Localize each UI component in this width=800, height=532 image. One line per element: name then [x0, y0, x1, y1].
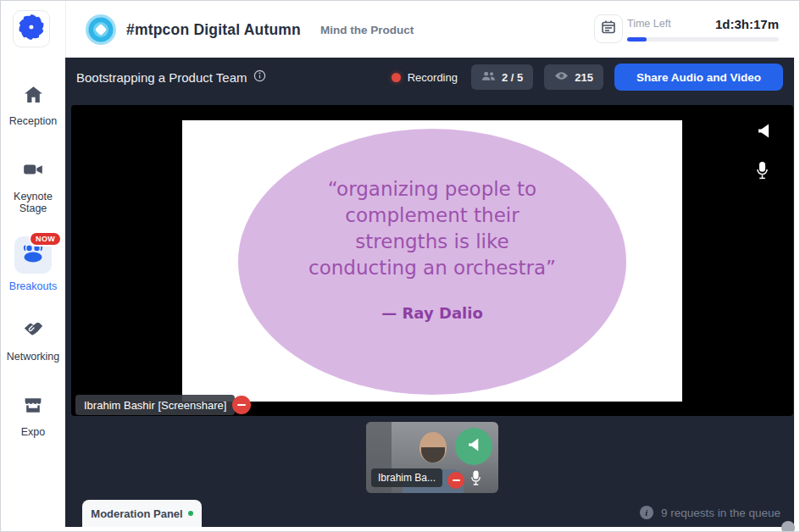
- header-divider: [65, 1, 66, 58]
- sidebar-item-label: Breakouts: [1, 281, 65, 293]
- participant-name-label: Ibrahim Ba...: [371, 468, 442, 487]
- sidebar-item-label: Networking: [1, 352, 65, 363]
- participant-count: 2 / 5: [502, 71, 523, 84]
- recording-label: Recording: [408, 71, 458, 84]
- sidebar-item-reception[interactable]: Reception: [1, 84, 65, 128]
- participant-count-pill[interactable]: 2 / 5: [471, 64, 533, 90]
- moderation-panel-label: Moderation Panel: [91, 507, 182, 520]
- time-progress-bar: [627, 37, 779, 42]
- microphone-icon[interactable]: [470, 470, 481, 490]
- sidebar-item-breakouts[interactable]: NOW Breakouts: [1, 236, 65, 293]
- moderation-panel-tab[interactable]: Moderation Panel: [82, 500, 202, 527]
- presenter-muted-icon[interactable]: [232, 396, 251, 414]
- viewer-count-pill[interactable]: 215: [544, 64, 603, 90]
- microphone-icon[interactable]: [756, 161, 769, 184]
- sidebar-item-expo[interactable]: Expo: [1, 395, 65, 439]
- video-stage: “organizing people to complement their s…: [71, 105, 793, 416]
- video-camera-icon: [22, 169, 44, 183]
- quote-attribution: — Ray Dalio: [182, 304, 682, 322]
- sidebar-item-label: Expo: [1, 427, 65, 439]
- pinwheel-logo-icon: [17, 13, 46, 45]
- recording-indicator: Recording: [392, 71, 458, 84]
- quote-line: complement their: [182, 202, 682, 229]
- quote-line: “organizing people to: [182, 176, 682, 202]
- time-left-value: 1d:3h:17m: [715, 17, 779, 31]
- sidebar-item-label: Reception: [1, 116, 65, 128]
- queue-status: i 9 requests in the queue: [640, 506, 781, 519]
- slide-quote: “organizing people to complement their s…: [182, 176, 682, 322]
- eye-icon: [554, 70, 569, 84]
- sidebar-item-networking[interactable]: Networking: [1, 319, 65, 363]
- queue-status-text: 9 requests in the queue: [661, 507, 781, 519]
- schedule-button[interactable]: [594, 14, 623, 43]
- info-icon: i: [640, 506, 653, 519]
- event-title: #mtpcon Digital Autumn: [126, 21, 301, 39]
- presenter-label-row: Ibrahim Bashir [Screenshare]: [75, 395, 251, 415]
- sidebar-item-label: Keynote Stage: [1, 191, 65, 215]
- screenshare-slide: “organizing people to complement their s…: [182, 120, 682, 402]
- viewer-count: 215: [575, 71, 593, 84]
- handshake-icon: [22, 329, 45, 343]
- session-header-bar: Bootstrapping a Product Team Recording: [65, 58, 794, 97]
- participant-video-thumbnail[interactable]: Ibrahim Ba...: [366, 422, 498, 493]
- session-title-row: Bootstrapping a Product Team: [76, 69, 266, 85]
- calendar-icon: [601, 19, 616, 38]
- speaker-icon[interactable]: [757, 124, 770, 141]
- moderation-status-dot-icon: [188, 511, 193, 516]
- sidebar-item-keynote-stage[interactable]: Keynote Stage: [1, 158, 65, 215]
- corner-widget-button[interactable]: [781, 521, 795, 532]
- breakouts-icon-box: NOW: [14, 236, 52, 274]
- event-app-window: #mtpcon Digital Autumn Mind the Product …: [0, 0, 800, 532]
- sidebar-nav: Reception Keynote Stage: [1, 58, 65, 532]
- share-audio-video-button[interactable]: Share Audio and Video: [614, 64, 783, 91]
- platform-logo[interactable]: [13, 10, 50, 47]
- people-icon: [481, 70, 496, 85]
- home-icon: [23, 93, 44, 108]
- recording-dot-icon: [392, 73, 401, 82]
- presenter-name-label: Ibrahim Bashir [Screenshare]: [75, 395, 235, 415]
- speaker-active-button[interactable]: [455, 428, 492, 465]
- quote-line: strengths is like: [182, 229, 682, 255]
- event-logo-icon: [85, 14, 117, 46]
- booth-icon: [22, 404, 44, 418]
- now-badge: NOW: [29, 231, 62, 247]
- session-panel: Bootstrapping a Product Team Recording: [65, 58, 794, 527]
- top-header: #mtpcon Digital Autumn Mind the Product …: [1, 1, 800, 58]
- session-title: Bootstrapping a Product Team: [76, 70, 247, 85]
- time-left-label: Time Left: [627, 18, 671, 30]
- quote-line: conducting an orchestra”: [182, 255, 682, 281]
- time-progress-fill: [627, 37, 647, 42]
- info-icon[interactable]: [253, 69, 266, 85]
- participant-muted-icon[interactable]: [447, 472, 464, 489]
- speaker-icon: [466, 437, 481, 456]
- event-organizer: Mind the Product: [320, 24, 414, 36]
